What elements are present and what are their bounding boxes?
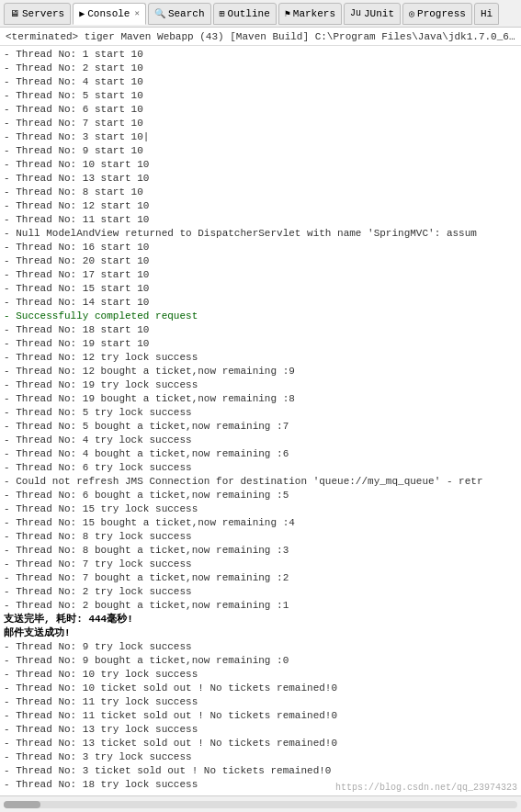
tab-console[interactable]: ▶ Console ✕: [73, 3, 146, 25]
console-line: - Thread No: 3 ticket sold out ! No tick…: [4, 764, 517, 778]
console-line: - Thread No: 17 start 10: [4, 268, 517, 282]
scroll-track[interactable]: [4, 801, 517, 808]
horizontal-scrollbar[interactable]: [0, 795, 521, 812]
console-line: - Thread No: 9 try lock success: [4, 640, 517, 654]
console-line: - Thread No: 1 start 10: [4, 48, 517, 62]
tab-outline[interactable]: ⊞ Outline: [213, 3, 277, 25]
console-line: - Thread No: 5 bought a ticket,now remai…: [4, 420, 517, 434]
console-line: - Thread No: 12 try lock success: [4, 351, 517, 365]
tab-progress-label: Progress: [417, 8, 466, 19]
outline-icon: ⊞: [220, 8, 225, 19]
console-line: - Thread No: 4 bought a ticket,now remai…: [4, 447, 517, 461]
scroll-thumb[interactable]: [4, 801, 40, 808]
console-line: - Thread No: 9 start 10: [4, 144, 517, 158]
console-line: - Thread No: 3 start 10|: [4, 130, 517, 144]
console-line: 邮件支送成功!: [4, 626, 517, 640]
tab-bar: 🖥 Servers ▶ Console ✕ 🔍 Search ⊞ Outline…: [0, 0, 521, 28]
console-line: - Thread No: 10 try lock success: [4, 668, 517, 682]
console-line: - Thread No: 5 start 10: [4, 89, 517, 103]
console-line: - Thread No: 15 start 10: [4, 282, 517, 296]
console-line: - Thread No: 12 start 10: [4, 199, 517, 213]
console-line: - Thread No: 8 try lock success: [4, 530, 517, 544]
tab-search[interactable]: 🔍 Search: [148, 3, 211, 25]
tab-hi[interactable]: Hi: [474, 3, 499, 25]
console-line: - Thread No: 11 try lock success: [4, 695, 517, 709]
console-line: - Thread No: 11 ticket sold out ! No tic…: [4, 709, 517, 723]
console-line: - Thread No: 19 try lock success: [4, 378, 517, 392]
tab-search-label: Search: [168, 8, 205, 19]
console-line: - Thread No: 16 start 10: [4, 241, 517, 254]
markers-icon: ⚑: [285, 8, 290, 19]
status-text: <terminated> tiger Maven Webapp (43) [Ma…: [6, 31, 521, 42]
console-line: - Thread No: 8 bought a ticket,now remai…: [4, 544, 517, 558]
progress-icon: ◎: [409, 8, 414, 19]
tab-servers-label: Servers: [22, 8, 64, 19]
console-line: - Thread No: 8 start 10: [4, 186, 517, 199]
console-line: - Thread No: 2 bought a ticket,now remai…: [4, 599, 517, 613]
console-line: - Null ModelAndView returned to Dispatch…: [4, 227, 517, 241]
tab-markers-label: Markers: [293, 8, 335, 19]
search-icon: 🔍: [154, 8, 165, 19]
console-line: - Thread No: 10 ticket sold out ! No tic…: [4, 682, 517, 695]
tab-console-close[interactable]: ✕: [134, 8, 139, 18]
console-line: - Could not refresh JMS Connection for d…: [4, 475, 517, 489]
console-line: - Thread No: 6 bought a ticket,now remai…: [4, 489, 517, 502]
console-line: - Thread No: 3 try lock success: [4, 750, 517, 764]
console-line: - Thread No: 2 try lock success: [4, 585, 517, 599]
console-line: - Thread No: 15 bought a ticket,now rema…: [4, 516, 517, 530]
console-line: - Thread No: 6 start 10: [4, 103, 517, 117]
servers-icon: 🖥: [10, 8, 19, 19]
status-bar: <terminated> tiger Maven Webapp (43) [Ma…: [0, 28, 521, 46]
console-area[interactable]: - Thread No: 1 start 10- Thread No: 2 st…: [0, 46, 521, 795]
tab-hi-label: Hi: [481, 8, 493, 19]
console-line: - Thread No: 19 start 10: [4, 337, 517, 351]
console-line: 支送完毕, 耗时: 444毫秒!: [4, 613, 517, 626]
tab-outline-label: Outline: [228, 8, 270, 19]
console-line: - Thread No: 19 bought a ticket,now rema…: [4, 392, 517, 406]
console-line: - Thread No: 9 bought a ticket,now remai…: [4, 654, 517, 668]
console-line: - Thread No: 18 start 10: [4, 323, 517, 337]
console-line: - Successfully completed request: [4, 310, 517, 323]
console-line: - Thread No: 7 bought a ticket,now remai…: [4, 571, 517, 585]
console-line: - Thread No: 2 start 10: [4, 62, 517, 75]
console-line: - Thread No: 13 try lock success: [4, 723, 517, 737]
tab-markers[interactable]: ⚑ Markers: [278, 3, 342, 25]
console-line: - Thread No: 4 start 10: [4, 75, 517, 89]
watermark: https://blog.csdn.net/qq_23974323: [332, 782, 521, 794]
console-line: - Thread No: 15 try lock success: [4, 502, 517, 516]
console-line: - Thread No: 13 ticket sold out ! No tic…: [4, 737, 517, 750]
console-line: - Thread No: 12 bought a ticket,now rema…: [4, 365, 517, 378]
tab-console-label: Console: [87, 8, 130, 19]
tab-junit-label: JUnit: [364, 8, 394, 19]
console-line: - Thread No: 5 try lock success: [4, 406, 517, 420]
console-line: - Thread No: 10 start 10: [4, 158, 517, 172]
console-line: - Thread No: 4 try lock success: [4, 434, 517, 447]
tab-progress[interactable]: ◎ Progress: [402, 3, 472, 25]
console-line: - Thread No: 7 try lock success: [4, 558, 517, 571]
junit-icon: Ju: [350, 8, 361, 18]
tab-servers[interactable]: 🖥 Servers: [4, 3, 71, 25]
tab-junit[interactable]: Ju JUnit: [344, 3, 401, 25]
console-icon: ▶: [79, 8, 85, 19]
console-line: - Thread No: 11 start 10: [4, 213, 517, 227]
console-line: - Thread No: 20 start 10: [4, 254, 517, 268]
console-line: - Thread No: 14 start 10: [4, 296, 517, 310]
console-line: - Thread No: 7 start 10: [4, 117, 517, 130]
console-line: - Thread No: 13 start 10: [4, 172, 517, 186]
console-line: - Thread No: 6 try lock success: [4, 461, 517, 475]
